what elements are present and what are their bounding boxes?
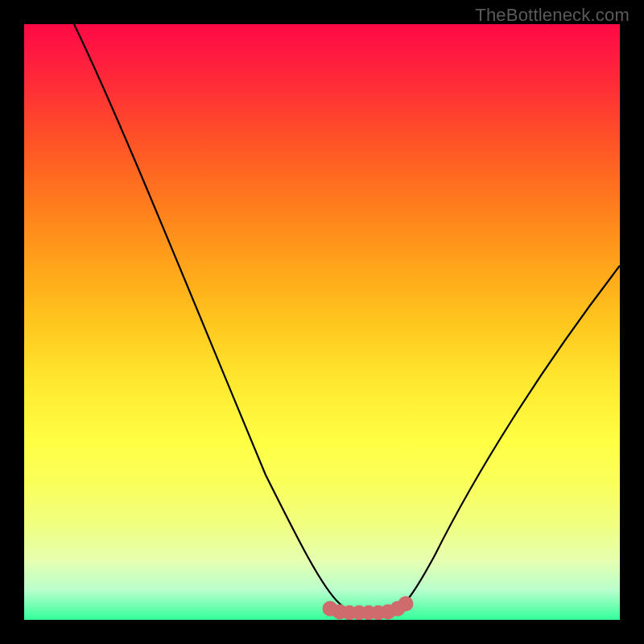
chart-frame: TheBottleneck.com (0, 0, 644, 644)
svg-point-9 (402, 600, 410, 608)
watermark-text: TheBottleneck.com (475, 5, 630, 26)
bottleneck-curve (74, 24, 620, 613)
bottleneck-curve-svg (24, 24, 620, 620)
plot-area (24, 24, 620, 620)
